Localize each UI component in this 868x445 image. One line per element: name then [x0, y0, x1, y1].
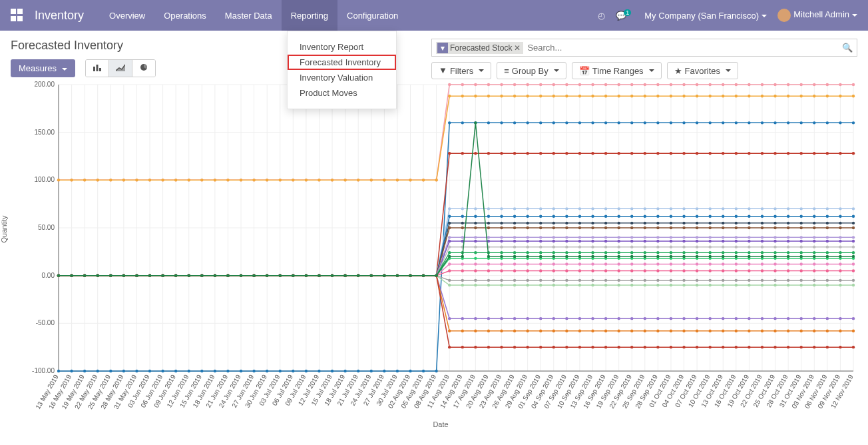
svg-point-1050	[552, 279, 555, 282]
svg-point-146	[83, 179, 86, 181]
timeranges-button[interactable]: 📅 Time Ranges	[572, 62, 662, 79]
svg-point-1058	[656, 279, 659, 282]
svg-point-156	[214, 179, 216, 181]
filters-button[interactable]: ▼ Filters	[431, 62, 491, 79]
svg-point-1229	[461, 330, 464, 332]
svg-point-633	[773, 236, 776, 238]
svg-point-937	[696, 262, 698, 265]
menu-master-data[interactable]: Master Data	[216, 0, 282, 31]
svg-point-141	[826, 83, 829, 86]
dropdown-product-moves[interactable]: Product Moves	[288, 85, 396, 101]
svg-point-941	[748, 262, 750, 265]
menu-configuration[interactable]: Configuration	[337, 0, 407, 31]
svg-point-159	[252, 179, 255, 181]
svg-point-422	[448, 215, 451, 218]
menu-reporting[interactable]: Reporting	[282, 0, 337, 31]
messaging-icon[interactable]: 💬1	[616, 11, 634, 21]
svg-point-1116	[604, 284, 607, 286]
app-brand[interactable]: Inventory	[35, 9, 100, 23]
menu-operations[interactable]: Operations	[154, 0, 216, 31]
groupby-button[interactable]: ≡ Group By	[497, 62, 566, 79]
svg-point-267	[852, 121, 855, 124]
svg-point-1131	[800, 284, 803, 286]
pie-chart-button[interactable]	[132, 60, 155, 77]
svg-point-178	[500, 95, 503, 97]
activity-icon[interactable]: ◴	[598, 11, 605, 21]
svg-point-307	[565, 152, 568, 155]
svg-point-1357	[513, 255, 516, 258]
svg-point-1184	[682, 317, 685, 320]
user-menu[interactable]: Mitchell Admin	[777, 9, 857, 22]
svg-point-997	[670, 269, 672, 272]
svg-point-1196	[839, 317, 841, 320]
svg-point-1368	[656, 255, 659, 258]
svg-point-619	[591, 236, 594, 238]
svg-point-751	[696, 245, 698, 248]
svg-point-558	[604, 226, 607, 229]
line-chart-button[interactable]	[109, 60, 132, 77]
svg-point-809	[644, 251, 646, 254]
svg-point-763	[852, 245, 855, 248]
svg-point-128	[656, 83, 659, 86]
svg-point-1236	[552, 330, 555, 332]
svg-point-817	[748, 251, 750, 254]
remove-facet-icon[interactable]: ✕	[514, 43, 521, 53]
svg-point-700	[839, 240, 841, 242]
svg-point-688	[682, 240, 685, 242]
svg-point-313	[644, 152, 646, 155]
svg-point-199	[773, 95, 776, 97]
svg-point-174	[448, 95, 451, 97]
bar-chart-button[interactable]	[86, 60, 109, 77]
svg-point-800	[526, 251, 529, 254]
svg-point-995	[644, 269, 646, 272]
svg-point-1006	[787, 269, 789, 272]
svg-point-564	[682, 226, 685, 229]
svg-point-129	[670, 83, 672, 86]
svg-point-508	[761, 222, 763, 224]
svg-point-1298	[552, 346, 555, 348]
svg-point-266	[839, 121, 841, 124]
svg-point-675	[513, 240, 516, 242]
svg-point-1106	[474, 284, 477, 286]
svg-point-748	[656, 245, 659, 248]
svg-point-1352	[448, 255, 451, 258]
dropdown-forecasted-inventory[interactable]: Forecasted Inventory	[288, 55, 396, 70]
svg-point-376	[656, 207, 659, 210]
search-icon[interactable]: 🔍	[842, 43, 853, 53]
svg-point-366	[526, 207, 529, 210]
svg-point-815	[722, 251, 724, 254]
menu-overview[interactable]: Overview	[100, 0, 154, 31]
svg-point-125	[617, 83, 620, 86]
svg-point-1299	[565, 346, 568, 348]
svg-point-1331	[174, 274, 177, 276]
svg-point-981	[461, 269, 464, 272]
svg-point-373	[617, 207, 620, 210]
svg-point-802	[552, 251, 555, 254]
svg-point-1120	[656, 284, 659, 286]
svg-point-220	[240, 370, 242, 372]
dropdown-inventory-valuation[interactable]: Inventory Valuation	[288, 70, 396, 85]
svg-point-808	[630, 251, 633, 254]
svg-point-822	[813, 251, 815, 254]
svg-point-1342	[318, 274, 320, 276]
svg-point-381	[722, 207, 724, 210]
dropdown-inventory-report[interactable]: Inventory Report	[288, 39, 396, 55]
svg-point-384	[761, 207, 763, 210]
svg-point-260	[761, 121, 763, 124]
svg-point-202	[813, 95, 815, 97]
svg-point-438	[656, 215, 659, 218]
svg-point-736	[500, 245, 503, 248]
svg-point-948	[839, 262, 841, 265]
svg-point-1192	[787, 317, 789, 320]
company-switcher[interactable]: My Company (San Francisco)	[644, 11, 767, 21]
measures-button[interactable]: Measures	[11, 59, 75, 77]
apps-icon[interactable]	[11, 9, 24, 22]
svg-point-696	[787, 240, 789, 242]
svg-point-1238	[578, 330, 581, 332]
search-input[interactable]	[526, 41, 839, 54]
svg-point-1055	[617, 279, 620, 282]
svg-point-1320	[839, 346, 841, 348]
favorites-button[interactable]: ★ Favorites	[667, 62, 738, 79]
search-box[interactable]: ▾ Forecasted Stock ✕ 🔍	[431, 39, 857, 57]
svg-point-1112	[552, 284, 555, 286]
